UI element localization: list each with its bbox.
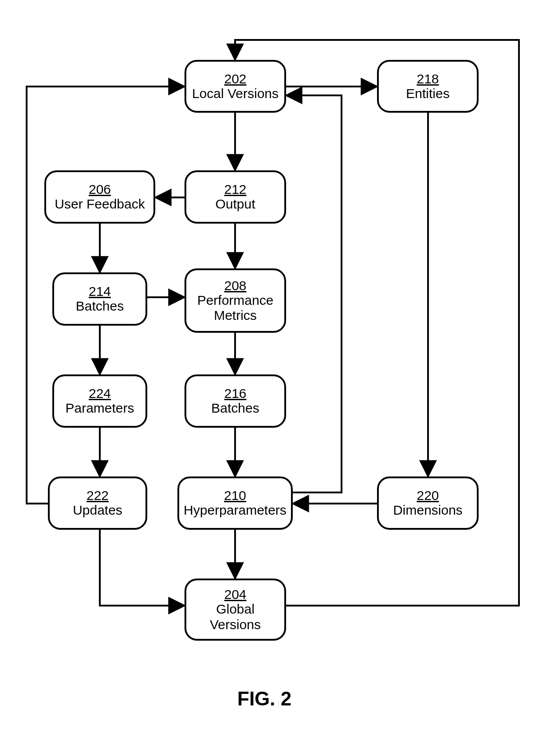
node-label: Batches [76,299,124,314]
node-label: Local Versions [192,86,279,102]
node-number: 206 [89,182,111,197]
node-user-feedback: 206 User Feedback [44,170,155,224]
node-number: 210 [224,488,246,503]
node-updates: 222 Updates [48,476,147,530]
node-dimensions: 220 Dimensions [377,476,479,530]
node-number: 212 [224,182,246,197]
node-label: GlobalVersions [210,602,261,632]
node-number: 214 [89,284,111,299]
node-label: Entities [406,86,449,102]
node-number: 208 [224,278,246,293]
node-parameters: 224 Parameters [52,374,147,428]
node-global-versions: 204 GlobalVersions [185,579,286,641]
node-label: Batches [211,401,259,416]
figure-caption: FIG. 2 [237,688,291,710]
node-number: 202 [224,71,246,86]
node-number: 224 [89,386,111,401]
diagram-canvas: 202 Local Versions 218 Entities 206 User… [0,0,550,756]
node-batches-left: 214 Batches [52,272,147,326]
node-label: Updates [73,503,122,518]
node-label: Parameters [65,401,134,416]
node-label: Hyperparameters [184,503,287,518]
node-label: PerformanceMetrics [197,293,274,323]
node-label: Output [215,197,255,212]
node-number: 220 [416,488,439,503]
node-number: 218 [416,71,439,86]
node-number: 222 [86,488,109,503]
node-hyperparameters: 210 Hyperparameters [177,476,293,530]
node-local-versions: 202 Local Versions [185,60,286,113]
node-output: 212 Output [185,170,286,224]
node-entities: 218 Entities [377,60,479,113]
node-number: 216 [224,386,246,401]
node-batches-mid: 216 Batches [185,374,286,428]
node-number: 204 [224,587,246,602]
node-performance-metrics: 208 PerformanceMetrics [185,268,286,333]
node-label: Dimensions [393,503,463,518]
node-label: User Feedback [55,197,145,212]
